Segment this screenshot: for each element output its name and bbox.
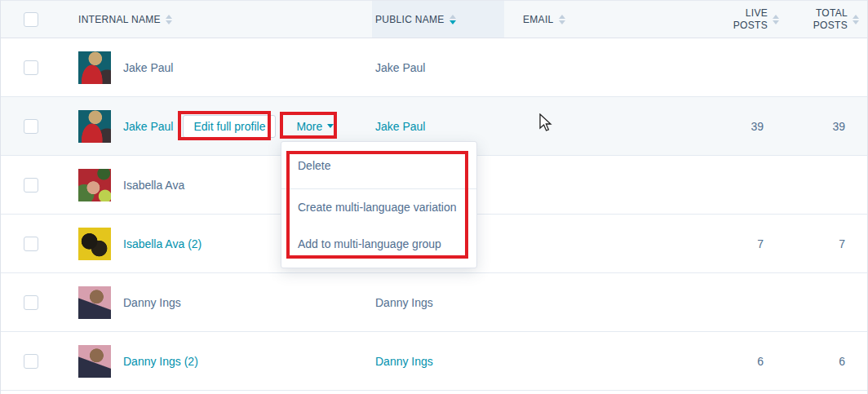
sort-icon [166,15,172,24]
live-posts-cell [645,38,782,96]
public-name-header-label: PUBLIC NAME [375,14,445,25]
table-row: Jake Paul Jake Paul [1,38,867,97]
table-row: Danny Ings (2) Danny Ings 6 6 [1,332,867,391]
avatar [78,110,111,143]
internal-name: Isabella Ava [123,179,184,192]
more-dropdown-menu: Delete Create multi-language variation A… [281,141,477,268]
live-posts-cell [645,156,782,214]
avatar [78,51,111,84]
sort-icon [773,15,779,24]
authors-table-page: INTERNAL NAME PUBLIC NAME EMAIL LIVE POS… [0,0,868,394]
chevron-down-icon [327,124,334,128]
total-posts-cell: 6 [782,332,868,390]
sort-desc-active-icon [450,15,456,24]
total-posts-cell: 39 [782,97,868,155]
row-checkbox[interactable] [24,237,38,251]
email-cell [504,97,645,155]
row-checkbox[interactable] [24,178,38,193]
live-posts-header-label: LIVE POSTS [730,7,768,32]
total-posts-cell [782,156,868,214]
email-cell [504,215,645,272]
public-name: Danny Ings [375,296,433,309]
internal-name-link[interactable]: Jake Paul [123,120,173,133]
menu-item-create-multi-language-variation[interactable]: Create multi-language variation [281,189,476,225]
avatar [78,228,111,260]
email-cell [504,156,645,214]
avatar [78,169,111,201]
row-checkbox[interactable] [24,60,38,75]
column-header-live-posts[interactable]: LIVE POSTS [645,1,782,38]
row-checkbox[interactable] [24,295,38,310]
total-posts-cell: 7 [782,215,868,272]
sort-icon [852,15,859,24]
internal-name-header-label: INTERNAL NAME [78,14,161,25]
header-checkbox-cell [1,1,54,38]
row-checkbox[interactable] [24,354,38,369]
total-posts-cell [782,273,868,331]
total-posts-header-label: TOTAL POSTS [810,7,848,32]
internal-name: Jake Paul [123,61,173,74]
email-header-label: EMAIL [523,14,554,25]
more-button-label: More [296,120,322,133]
column-header-internal-name[interactable]: INTERNAL NAME [54,1,372,38]
live-posts-cell: 7 [645,215,782,272]
column-header-public-name[interactable]: PUBLIC NAME [372,1,504,38]
menu-item-delete[interactable]: Delete [281,143,476,189]
table-header: INTERNAL NAME PUBLIC NAME EMAIL LIVE POS… [1,1,867,38]
row-checkbox[interactable] [24,119,38,134]
menu-item-add-to-multi-language-group[interactable]: Add to multi-language group [281,225,476,262]
internal-name-link[interactable]: Isabella Ava (2) [123,237,202,250]
select-all-checkbox[interactable] [24,12,38,27]
public-name: Jake Paul [375,61,425,74]
public-name-link[interactable]: Jake Paul [375,120,425,133]
total-posts-cell [782,38,868,96]
live-posts-cell: 6 [645,332,782,390]
email-cell [504,332,645,390]
column-header-email[interactable]: EMAIL [504,1,645,38]
edit-full-profile-button[interactable]: Edit full profile [183,115,276,138]
email-cell [504,38,645,96]
public-name-link[interactable]: Danny Ings [375,355,433,368]
live-posts-cell [645,273,782,331]
avatar [78,286,111,319]
email-cell [504,273,645,331]
internal-name: Danny Ings [123,296,181,309]
avatar [78,345,111,378]
table-row: Danny Ings Danny Ings [1,273,867,332]
internal-name-link[interactable]: Danny Ings (2) [123,355,198,368]
live-posts-cell: 39 [645,97,782,155]
sort-icon [559,15,565,24]
more-dropdown-button[interactable]: More [296,120,334,133]
column-header-total-posts[interactable]: TOTAL POSTS [782,1,868,38]
